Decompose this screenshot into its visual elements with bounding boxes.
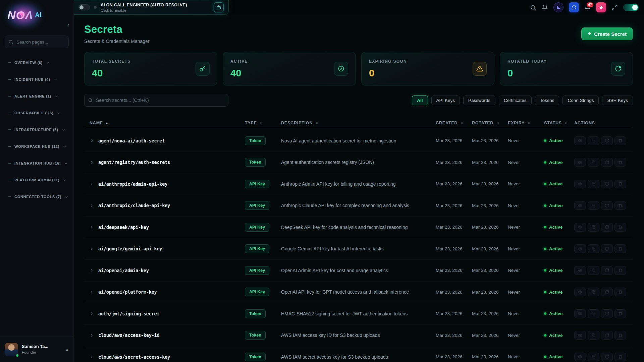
trash-action-button[interactable] [614,266,626,275]
column-header-type[interactable]: TYPE [245,121,281,125]
secrets-search-input[interactable] [84,94,228,107]
filter-tokens[interactable]: Tokens [535,96,559,105]
sidebar-item-overview-6[interactable]: OVERVIEW (6) [0,54,73,71]
chevron-right-icon[interactable] [90,355,94,359]
trash-action-button[interactable] [614,288,626,296]
sidebar-item-observability-5[interactable]: OBSERVABILITY (5) [0,105,73,121]
eye-action-button[interactable] [574,266,586,275]
table-row[interactable]: cloud/aws/secret-access-key Token AWS IA… [84,346,633,362]
app-logo[interactable]: ✦ NOΛAI [0,0,73,32]
column-header-expiry[interactable]: EXPIRY [508,121,544,125]
favorites-button[interactable] [596,2,606,12]
trash-action-button[interactable] [614,180,626,188]
chevron-right-icon[interactable] [90,203,94,208]
eye-action-button[interactable] [574,331,586,340]
eye-action-button[interactable] [574,201,586,210]
dark-mode-button[interactable] [553,2,564,12]
rotate-action-button[interactable] [601,223,613,232]
sidebar-item-workspace-hub-12[interactable]: WORKSPACE HUB (12) [0,138,73,155]
chevron-right-icon[interactable] [90,182,94,186]
rotate-action-button[interactable] [601,288,613,296]
copy-action-button[interactable] [588,244,599,253]
create-secret-button[interactable]: + Create Secret [581,27,633,40]
trash-action-button[interactable] [614,136,626,145]
column-header-rotated[interactable]: ROTATED [472,121,508,125]
copy-action-button[interactable] [588,331,599,340]
table-row[interactable]: agent/registry/auth-secrets Token Agent … [84,152,633,174]
filter-all[interactable]: All [412,96,428,105]
rotate-action-button[interactable] [601,136,613,145]
eye-action-button[interactable] [574,288,586,296]
trash-action-button[interactable] [614,309,626,318]
rotate-action-button[interactable] [601,266,613,275]
eye-action-button[interactable] [574,353,586,361]
column-header-name[interactable]: NAME ▲ [90,121,245,125]
chevron-right-icon[interactable] [90,290,94,294]
sidebar-item-platform-admin-11[interactable]: PLATFORM ADMIN (11) [0,172,73,188]
chevron-right-icon[interactable] [90,311,94,316]
notification-count-badge[interactable]: 47 [586,2,594,8]
rotate-action-button[interactable] [601,353,613,361]
table-row[interactable]: cloud/aws/access-key-id Token AWS IAM ac… [84,325,633,347]
copy-action-button[interactable] [588,136,599,145]
copy-action-button[interactable] [588,180,599,188]
table-row[interactable]: ai/google/gemini-api-key API Key Google … [84,238,633,260]
copy-action-button[interactable] [588,353,599,361]
eye-action-button[interactable] [574,136,586,145]
trash-action-button[interactable] [614,158,626,167]
rotate-action-button[interactable] [601,244,613,253]
copy-action-button[interactable] [588,266,599,275]
sidebar-item-alert-engine-1[interactable]: ALERT ENGINE (1) [0,88,73,105]
oncall-toggle[interactable] [78,4,90,10]
filter-certificates[interactable]: Certificates [499,96,532,105]
sidebar-item-incident-hub-4[interactable]: INCIDENT HUB (4) [0,71,73,88]
eye-action-button[interactable] [574,158,586,167]
eye-action-button[interactable] [574,223,586,232]
robot-icon[interactable] [214,2,224,12]
rotate-action-button[interactable] [601,201,613,210]
table-row[interactable]: ai/openai/admin-key API Key OpenAI Admin… [84,260,633,282]
chat-button[interactable] [569,2,579,12]
copy-action-button[interactable] [588,158,599,167]
filter-conn-strings[interactable]: Conn Strings [562,96,599,105]
trash-action-button[interactable] [614,244,626,253]
user-card[interactable]: Samson Ta... Founder ▲ [0,337,73,362]
table-row[interactable]: auth/jwt/signing-secret Token HMAC-SHA51… [84,303,633,325]
trash-action-button[interactable] [614,331,626,340]
rotate-action-button[interactable] [601,180,613,188]
rotate-action-button[interactable] [601,331,613,340]
notifications-button[interactable] [542,4,548,11]
table-row[interactable]: ai/openai/platform-key API Key OpenAI AP… [84,282,633,303]
global-search-button[interactable] [530,4,536,11]
filter-passwords[interactable]: Passwords [463,96,495,105]
column-header-description[interactable]: DESCRIPTION [281,121,436,125]
trash-action-button[interactable] [614,353,626,361]
trash-action-button[interactable] [614,223,626,232]
rotate-action-button[interactable] [601,158,613,167]
table-row[interactable]: ai/anthropic/admin-api-key API Key Anthr… [84,173,633,195]
sidebar-item-infrastructure-5[interactable]: INFRASTRUCTURE (5) [0,121,73,138]
chevron-right-icon[interactable] [90,138,94,143]
copy-action-button[interactable] [588,201,599,210]
table-row[interactable]: agent/nova-ai/auth-secret Token Nova AI … [84,130,633,152]
sidebar-item-integration-hub-16[interactable]: INTEGRATION HUB (16) [0,155,73,172]
fullscreen-button[interactable] [611,4,618,11]
filter-api-keys[interactable]: API Keys [431,96,460,105]
table-row[interactable]: ai/anthropic/claude-api-key API Key Anth… [84,195,633,217]
chevron-right-icon[interactable] [90,225,94,229]
sidebar-item-connected-tools-7[interactable]: CONNECTED TOOLS (7) [0,188,73,205]
sidebar-search-input[interactable] [5,36,69,48]
eye-action-button[interactable] [574,180,586,188]
copy-action-button[interactable] [588,288,599,296]
filter-ssh-keys[interactable]: SSH Keys [602,96,633,105]
rotate-action-button[interactable] [601,309,613,318]
chevron-right-icon[interactable] [90,247,94,251]
eye-action-button[interactable] [574,244,586,253]
chevron-right-icon[interactable] [90,160,94,165]
table-row[interactable]: ai/deepseek/api-key API Key DeepSeek API… [84,217,633,238]
copy-action-button[interactable] [588,223,599,232]
column-header-created[interactable]: CREATED [436,121,472,125]
column-header-status[interactable]: STATUS [544,121,574,125]
theme-toggle[interactable] [623,4,639,11]
trash-action-button[interactable] [614,201,626,210]
